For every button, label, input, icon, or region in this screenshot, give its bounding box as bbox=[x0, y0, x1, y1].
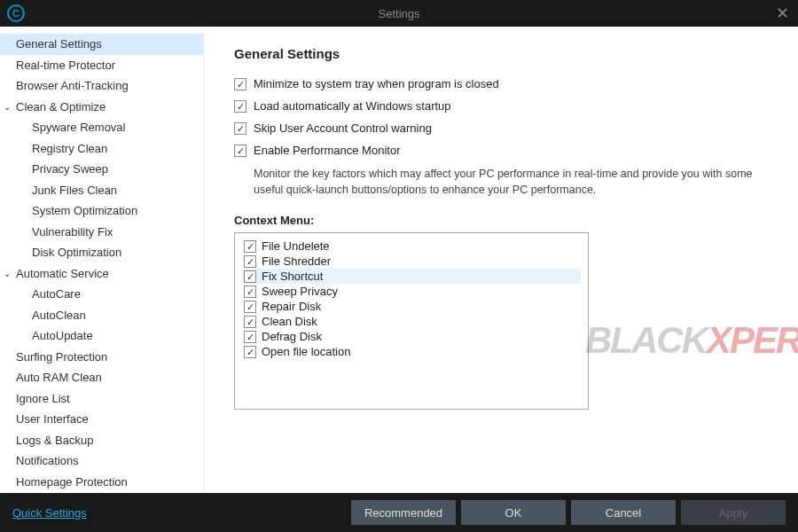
option-label: Enable Performance Monitor bbox=[254, 144, 400, 157]
panel-heading: General Settings bbox=[234, 46, 768, 61]
window-title: Settings bbox=[379, 7, 420, 20]
checkbox[interactable] bbox=[244, 346, 256, 358]
context-menu-item-label: Repair Disk bbox=[262, 300, 321, 313]
sidebar-item[interactable]: Ignore List bbox=[0, 388, 203, 410]
context-menu-item[interactable]: File Shredder bbox=[242, 254, 581, 269]
checkbox[interactable] bbox=[244, 255, 256, 268]
sidebar-item[interactable]: Auto RAM Clean bbox=[0, 367, 203, 388]
checkbox[interactable] bbox=[244, 316, 256, 328]
quick-settings-link[interactable]: Quick Settings bbox=[12, 506, 87, 520]
option-row: Enable Performance Monitor bbox=[234, 144, 768, 157]
sidebar-item[interactable]: General Settings bbox=[0, 34, 203, 55]
sidebar-item[interactable]: User Interface bbox=[0, 409, 203, 430]
sidebar-item[interactable]: Notifications bbox=[0, 450, 203, 472]
checkbox[interactable] bbox=[234, 100, 246, 113]
watermark: BLACKXPERIENCE .com bbox=[585, 319, 798, 362]
main-area: General SettingsReal-time ProtectorBrows… bbox=[0, 27, 798, 493]
option-row: Skip User Account Control warning bbox=[234, 121, 768, 135]
sidebar-group[interactable]: ⌄Automatic Service bbox=[0, 263, 203, 285]
checkbox[interactable] bbox=[244, 270, 256, 283]
sidebar-item[interactable]: Vulnerability Fix bbox=[0, 222, 203, 243]
checkbox[interactable] bbox=[244, 301, 256, 313]
ok-button[interactable]: OK bbox=[461, 500, 566, 525]
context-menu-item[interactable]: Defrag Disk bbox=[242, 329, 581, 344]
footer: Quick Settings Recommended OK Cancel App… bbox=[0, 493, 798, 532]
option-label: Load automatically at Windows startup bbox=[254, 99, 451, 113]
sidebar-item[interactable]: AutoCare bbox=[0, 284, 203, 305]
apply-button[interactable]: Apply bbox=[681, 500, 786, 525]
sidebar: General SettingsReal-time ProtectorBrows… bbox=[0, 27, 204, 493]
context-menu-item-label: Clean Disk bbox=[262, 315, 317, 328]
context-menu-heading: Context Menu: bbox=[234, 214, 768, 227]
chevron-down-icon: ⌄ bbox=[4, 100, 16, 113]
checkbox[interactable] bbox=[234, 145, 246, 157]
checkbox[interactable] bbox=[244, 240, 256, 253]
context-menu-list: File UndeleteFile ShredderFix ShortcutSw… bbox=[234, 232, 589, 410]
sidebar-item[interactable]: Privacy Sweep bbox=[0, 159, 203, 180]
option-label: Skip User Account Control warning bbox=[254, 121, 432, 135]
performance-monitor-description: Monitor the key factors which may affect… bbox=[234, 166, 768, 198]
sidebar-item[interactable]: Logs & Backup bbox=[0, 430, 203, 451]
sidebar-item-label: Clean & Optimize bbox=[16, 98, 106, 116]
context-menu-item-label: File Undelete bbox=[262, 239, 330, 253]
sidebar-item[interactable]: AutoClean bbox=[0, 305, 203, 326]
sidebar-item[interactable]: Junk Files Clean bbox=[0, 180, 203, 201]
context-menu-item[interactable]: Clean Disk bbox=[242, 314, 581, 329]
chevron-down-icon: ⌄ bbox=[4, 267, 16, 280]
sidebar-item[interactable]: AutoUpdate bbox=[0, 325, 203, 347]
context-menu-item[interactable]: Fix Shortcut bbox=[242, 269, 581, 284]
sidebar-item[interactable]: Registry Clean bbox=[0, 138, 203, 160]
sidebar-item[interactable]: Real-time Protector bbox=[0, 55, 203, 76]
context-menu-item-label: Fix Shortcut bbox=[262, 270, 323, 283]
context-menu-item[interactable]: File Undelete bbox=[242, 239, 581, 254]
context-menu-item-label: Open file location bbox=[262, 345, 350, 358]
context-menu-item-label: File Shredder bbox=[262, 254, 331, 268]
app-logo-icon: C bbox=[7, 4, 25, 22]
close-icon[interactable]: ✕ bbox=[776, 4, 789, 23]
sidebar-item[interactable]: Browser Anti-Tracking bbox=[0, 75, 203, 97]
context-menu-item-label: Defrag Disk bbox=[262, 330, 322, 343]
context-menu-item[interactable]: Open file location bbox=[242, 344, 581, 359]
titlebar: C Settings ✕ bbox=[0, 0, 798, 27]
sidebar-item[interactable]: Spyware Removal bbox=[0, 117, 203, 138]
context-menu-item[interactable]: Sweep Privacy bbox=[242, 284, 581, 299]
option-label: Minimize to system tray when program is … bbox=[254, 77, 499, 90]
context-menu-item[interactable]: Repair Disk bbox=[242, 299, 581, 314]
checkbox[interactable] bbox=[234, 78, 246, 90]
settings-panel: General Settings Minimize to system tray… bbox=[204, 27, 798, 493]
context-menu-item-label: Sweep Privacy bbox=[262, 285, 338, 298]
sidebar-item[interactable]: Homepage Protection bbox=[0, 472, 203, 493]
option-row: Minimize to system tray when program is … bbox=[234, 77, 768, 90]
checkbox[interactable] bbox=[244, 286, 256, 298]
cancel-button[interactable]: Cancel bbox=[571, 500, 676, 525]
sidebar-item[interactable]: Disk Optimization bbox=[0, 242, 203, 263]
sidebar-item[interactable]: Surfing Protection bbox=[0, 347, 203, 368]
checkbox[interactable] bbox=[234, 122, 246, 135]
sidebar-item-label: Automatic Service bbox=[16, 265, 109, 283]
checkbox[interactable] bbox=[244, 331, 256, 343]
sidebar-item[interactable]: System Optimization bbox=[0, 200, 203, 222]
sidebar-group[interactable]: ⌄Clean & Optimize bbox=[0, 97, 203, 118]
recommended-button[interactable]: Recommended bbox=[351, 500, 456, 525]
option-row: Load automatically at Windows startup bbox=[234, 99, 768, 113]
